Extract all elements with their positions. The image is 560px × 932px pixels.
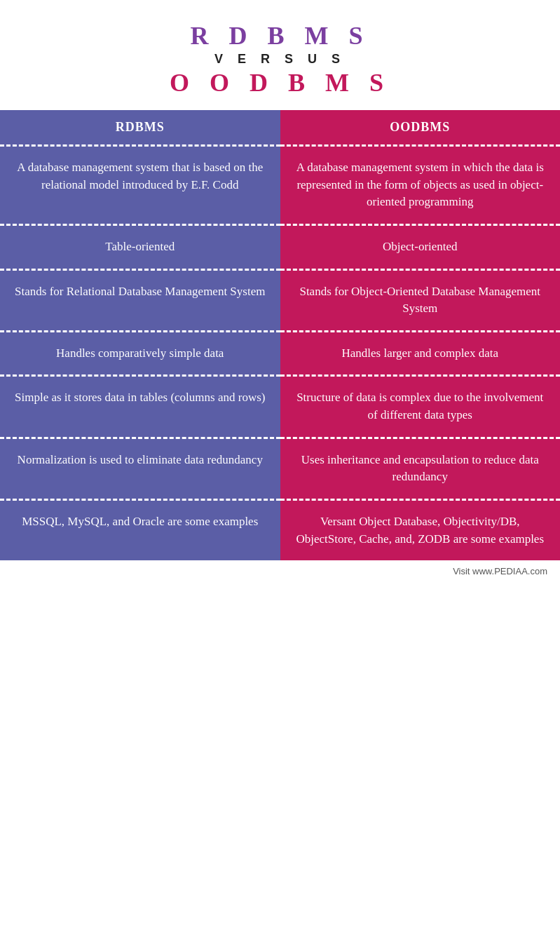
column-header-rdbms: RDBMS: [0, 110, 280, 144]
title-rdbms: R D B M S: [0, 21, 560, 50]
rows-container: A database management system that is bas…: [0, 144, 560, 560]
cell-right-0: A database management system in which th…: [280, 144, 561, 224]
cell-left-3: Handles comparatively simple data: [0, 330, 280, 375]
title-section: R D B M S V E R S U S O O D B M S: [0, 21, 560, 97]
table-row: Stands for Relational Database Managemen…: [0, 269, 560, 330]
page: R D B M S V E R S U S O O D B M S RDBMS …: [0, 0, 560, 588]
cell-right-4: Structure of data is complex due to the …: [280, 374, 561, 436]
table-row: Table-orientedObject-oriented: [0, 224, 560, 269]
cell-left-0: A database management system that is bas…: [0, 144, 280, 224]
column-header-oodbms: OODBMS: [280, 110, 561, 144]
table-row: Handles comparatively simple dataHandles…: [0, 330, 560, 375]
table-header-row: RDBMS OODBMS: [0, 110, 560, 144]
cell-right-3: Handles larger and complex data: [280, 330, 561, 375]
title-oodbms: O O D B M S: [0, 68, 560, 97]
cell-left-4: Simple as it stores data in tables (colu…: [0, 374, 280, 436]
table-row: MSSQL, MySQL, and Oracle are some exampl…: [0, 499, 560, 560]
title-versus: V E R S U S: [0, 52, 560, 67]
footer: Visit www.PEDIAA.com: [0, 560, 560, 581]
cell-left-5: Normalization is used to eliminate data …: [0, 437, 280, 499]
table-row: Normalization is used to eliminate data …: [0, 437, 560, 499]
cell-right-5: Uses inheritance and encapsulation to re…: [280, 437, 561, 499]
cell-left-6: MSSQL, MySQL, and Oracle are some exampl…: [0, 499, 280, 560]
cell-right-1: Object-oriented: [280, 224, 561, 269]
cell-left-2: Stands for Relational Database Managemen…: [0, 269, 280, 330]
cell-left-1: Table-oriented: [0, 224, 280, 269]
cell-right-6: Versant Object Database, Objectivity/DB,…: [280, 499, 561, 560]
cell-right-2: Stands for Object-Oriented Database Mana…: [280, 269, 561, 330]
table-row: A database management system that is bas…: [0, 144, 560, 224]
comparison-table: RDBMS OODBMS A database management syste…: [0, 110, 560, 560]
table-row: Simple as it stores data in tables (colu…: [0, 374, 560, 436]
